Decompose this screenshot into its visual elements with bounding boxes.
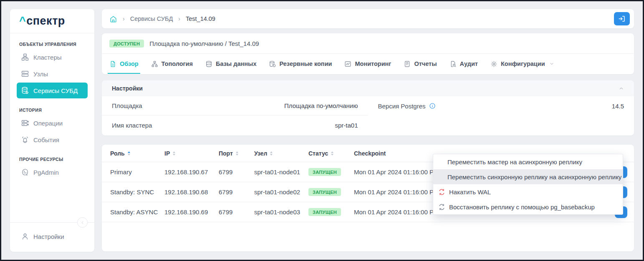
settings-field-cluster-name: Имя кластера spr-ta01 <box>102 115 368 135</box>
pgadmin-icon <box>21 168 29 176</box>
row-context-menu: Переместить мастер на асинхронную реплик… <box>433 154 623 215</box>
sidebar-item-pgadmin[interactable]: PgAdmin <box>17 164 88 180</box>
chevron-left-icon <box>80 220 85 225</box>
tab-overview[interactable]: Обзор <box>109 54 139 74</box>
sidebar-item-operations[interactable]: Операции <box>17 115 88 131</box>
cluster-status-row: ДОСТУПЕН Площадка по-умолчанию / Test_14… <box>102 33 634 54</box>
info-icon[interactable] <box>429 103 436 109</box>
tab-topology[interactable]: Топология <box>151 54 193 74</box>
tab-configurations[interactable]: Конфигурации <box>490 54 554 74</box>
tab-backups[interactable]: Резервные копии <box>269 54 332 74</box>
menu-item-restore-basebackup[interactable]: Восстановить реплику с помощью pg_baseba… <box>433 199 623 214</box>
cluster-name-label: Имя кластера <box>112 122 152 129</box>
overview-icon <box>109 60 116 68</box>
sidebar-section-history: ИСТОРИЯ Операции События <box>10 108 94 148</box>
sort-icon <box>270 151 273 156</box>
refresh-icon <box>438 188 445 196</box>
cell-status: ЗАПУЩЕН <box>308 188 354 196</box>
sidebar-collapse-button[interactable] <box>77 217 88 228</box>
version-label: Версия Postgres <box>378 103 436 110</box>
nodes-icon <box>21 70 29 78</box>
settings-left-column: Площадка Площадка по-умолчанию Имя класт… <box>102 96 368 135</box>
breadcrumb-separator: › <box>123 15 125 22</box>
cell-ip: 192.168.190.68 <box>164 188 219 196</box>
menu-item-label: Восстановить реплику с помощью pg_baseba… <box>449 203 595 211</box>
sidebar-item-label: Настройки <box>33 233 64 240</box>
settings-fields: Площадка Площадка по-умолчанию Имя класт… <box>102 96 634 135</box>
user-icon <box>21 232 29 241</box>
breadcrumb: › Сервисы СУБД › Test_14.09 <box>102 9 634 28</box>
settings-panel-header[interactable]: Настройки <box>102 80 634 96</box>
logout-button[interactable] <box>614 12 630 25</box>
gear-icon <box>490 60 498 68</box>
tab-monitoring[interactable]: Мониторинг <box>344 54 391 74</box>
settings-right-column: Версия Postgres 14.5 <box>368 96 634 135</box>
menu-item-move-master[interactable]: Переместить мастер на асинхронную реплик… <box>433 154 623 169</box>
sidebar-item-db-services[interactable]: Сервисы СУБД <box>17 83 88 98</box>
settings-field-version: Версия Postgres 14.5 <box>368 96 634 115</box>
tab-audit[interactable]: Аудит <box>450 54 478 74</box>
sidebar-item-events[interactable]: События <box>17 132 88 148</box>
site-label: Площадка <box>112 102 142 109</box>
tab-reports[interactable]: Отчеты <box>404 54 437 74</box>
refresh-icon <box>438 203 445 211</box>
sidebar-item-label: Узлы <box>33 70 48 78</box>
site-value: Площадка по-умолчанию <box>284 102 358 109</box>
sidebar-item-clusters[interactable]: Кластеры <box>17 49 88 65</box>
settings-panel-title: Настройки <box>112 85 143 92</box>
menu-item-label: Накатить WAL <box>449 188 491 196</box>
cell-port: 6799 <box>219 188 254 196</box>
logo-text: спектр <box>26 15 65 28</box>
column-header-status[interactable]: Статус <box>308 150 354 157</box>
sidebar-section-label: ПРОЧИЕ РЕСУРСЫ <box>17 157 88 162</box>
audit-icon <box>450 60 457 68</box>
tab-label: Резервные копии <box>279 60 332 67</box>
menu-item-move-sync-replica[interactable]: Переместить синхронную реплику на асинхр… <box>433 169 623 184</box>
tab-label: Топология <box>162 60 193 67</box>
sidebar-item-label: Сервисы СУБД <box>33 87 78 94</box>
settings-field-site: Площадка Площадка по-умолчанию <box>102 96 368 115</box>
sidebar: ^спектр ОБЪЕКТЫ УПРАВЛЕНИЯ Кластеры Узлы… <box>10 9 94 252</box>
menu-item-apply-wal[interactable]: Накатить WAL <box>433 184 623 199</box>
sort-icon <box>128 151 130 156</box>
operations-icon <box>21 119 29 127</box>
tab-bar: Обзор Топология Базы данных Резервные ко… <box>102 54 634 74</box>
events-icon <box>21 136 29 144</box>
sort-icon <box>173 151 175 156</box>
tab-label: Мониторинг <box>355 60 391 67</box>
column-header-port[interactable]: Порт <box>219 150 254 157</box>
cell-port: 6799 <box>219 208 254 216</box>
tab-label: Отчеты <box>414 60 437 67</box>
clusters-icon <box>21 53 29 61</box>
monitoring-icon <box>344 60 351 68</box>
sidebar-item-settings[interactable]: Настройки <box>17 228 88 244</box>
breadcrumb-item-services[interactable]: Сервисы СУБД <box>130 15 173 22</box>
cell-role: Standby: SYNC <box>110 188 164 196</box>
cell-node: spr-ta01-node03 <box>254 208 308 216</box>
cell-node: spr-ta01-node02 <box>254 188 308 196</box>
tab-label: Конфигурации <box>501 60 545 67</box>
tab-label: Аудит <box>460 60 478 67</box>
status-badge: ЗАПУЩЕН <box>308 208 341 216</box>
home-icon[interactable] <box>109 15 117 23</box>
cell-ip: 192.168.190.69 <box>164 208 219 216</box>
backup-icon <box>269 60 276 68</box>
cell-status: ЗАПУЩЕН <box>308 208 354 216</box>
tab-databases[interactable]: Базы данных <box>205 54 257 74</box>
version-label-text: Версия Postgres <box>378 103 426 110</box>
breadcrumb-separator: › <box>178 15 180 22</box>
column-header-node[interactable]: Узел <box>254 150 308 157</box>
sidebar-section-label: ИСТОРИЯ <box>17 108 88 113</box>
breadcrumb-item-current: Test_14.09 <box>186 15 215 22</box>
column-header-role[interactable]: Роль <box>110 150 164 157</box>
sidebar-section-label: ОБЪЕКТЫ УПРАВЛЕНИЯ <box>17 42 88 47</box>
cell-ip: 192.168.190.67 <box>164 168 219 176</box>
column-header-ip[interactable]: IP <box>164 150 219 157</box>
app-frame: ^спектр ОБЪЕКТЫ УПРАВЛЕНИЯ Кластеры Узлы… <box>0 0 644 261</box>
sidebar-item-nodes[interactable]: Узлы <box>17 66 88 82</box>
sort-icon <box>331 151 333 156</box>
cluster-title: Площадка по-умолчанию / Test_14.09 <box>149 40 259 47</box>
settings-panel: Настройки Площадка Площадка по-умолчанию… <box>102 80 634 136</box>
logo-caret-mark: ^ <box>19 15 26 28</box>
chevron-up-icon[interactable] <box>619 86 624 91</box>
